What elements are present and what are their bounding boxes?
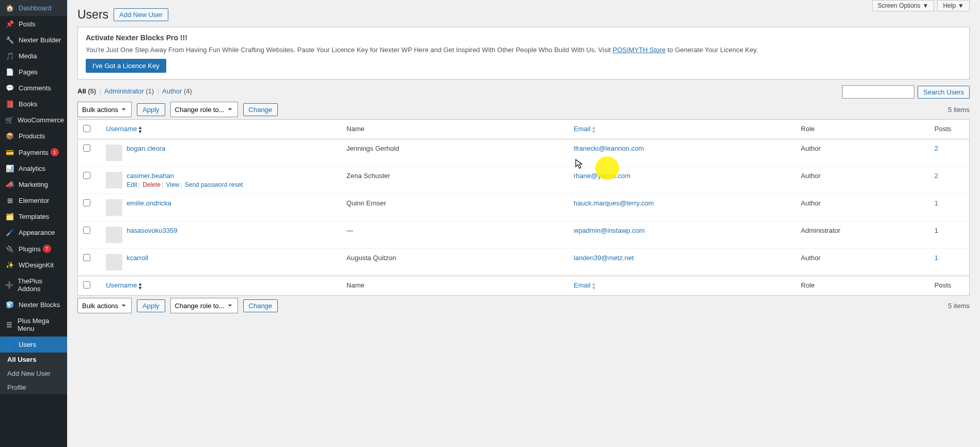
username-link[interactable]: bogan.cleora <box>127 145 165 152</box>
plugins-badge: 7 <box>43 245 51 253</box>
book-icon: 📕 <box>5 100 14 108</box>
sidebar-item-nexter-builder[interactable]: 🔧Nexter Builder <box>0 32 67 48</box>
avatar <box>106 199 122 216</box>
username-link[interactable]: hasasovoku3359 <box>127 227 177 234</box>
sidebar-item-media[interactable]: 🎵Media <box>0 48 67 64</box>
view-link[interactable]: View <box>166 181 179 188</box>
plus-icon: ➕ <box>5 281 13 289</box>
sidebar-item-users[interactable]: 👤Users <box>0 337 67 353</box>
search-users-input[interactable] <box>842 85 914 99</box>
filter-all[interactable]: All (5) <box>77 87 96 95</box>
table-row: emilie.ondricka Quinn Ernser hauck.marqu… <box>78 194 970 221</box>
bulk-apply-button-top[interactable]: Apply <box>137 103 165 116</box>
row-select[interactable] <box>83 199 90 206</box>
sidebar-item-plus-mega-menu[interactable]: ☰Plus Mega Menu <box>0 313 67 337</box>
row-select[interactable] <box>83 254 90 261</box>
sidebar-item-products[interactable]: 📦Products <box>0 128 67 144</box>
email-link[interactable]: hauck.marques@terry.com <box>574 199 654 207</box>
posts-count-link[interactable]: 2 <box>935 145 938 152</box>
submenu-add-new-user[interactable]: Add New User <box>0 366 67 380</box>
plug-icon: 🔌 <box>5 245 14 253</box>
change-role-select-bottom[interactable]: Change role to... <box>170 298 238 313</box>
col-username-sort-bottom[interactable]: Username <box>106 281 137 289</box>
submenu-profile[interactable]: Profile <box>0 380 67 394</box>
licence-key-button[interactable]: I've Got a Licence Key <box>86 59 166 73</box>
col-email-sort[interactable]: Email <box>574 125 591 133</box>
col-name: Name <box>341 120 568 139</box>
change-role-button-top[interactable]: Change <box>243 103 278 116</box>
role-filters: All (5) | Administrator (1) | Author (4)… <box>77 87 970 95</box>
elementor-icon: ⊞ <box>5 197 14 204</box>
search-users-button[interactable]: Search Users <box>918 86 970 99</box>
change-role-select-top[interactable]: Change role to... <box>170 102 238 117</box>
notice-title: Activate Nexter Blocks Pro !!! <box>86 34 961 42</box>
avatar <box>106 227 122 243</box>
email-link[interactable]: lfranecki@leannon.com <box>574 145 644 152</box>
sidebar-item-appearance[interactable]: 🖌️Appearance <box>0 225 67 241</box>
sidebar-item-posts[interactable]: 📌Posts <box>0 16 67 32</box>
media-icon: 🎵 <box>5 52 14 60</box>
add-new-user-button[interactable]: Add New User <box>114 8 168 21</box>
username-link[interactable]: casimer.beahan <box>127 172 243 180</box>
sidebar-item-nexter-blocks[interactable]: 🧊Nexter Blocks <box>0 297 67 313</box>
avatar <box>106 145 122 161</box>
table-row: bogan.cleora Jennings Gerhold lfranecki@… <box>78 139 970 167</box>
wrench-icon: 🔧 <box>5 36 14 44</box>
user-icon: 👤 <box>5 341 14 348</box>
col-username-sort[interactable]: Username <box>106 125 137 133</box>
bulk-apply-button-bottom[interactable]: Apply <box>137 299 165 312</box>
user-role: Author <box>796 167 929 194</box>
pin-icon: 📌 <box>5 20 14 28</box>
posts-count-link[interactable]: 1 <box>935 254 938 262</box>
row-select[interactable] <box>83 227 90 234</box>
filter-author[interactable]: Author <box>162 87 182 95</box>
row-select[interactable] <box>83 172 90 179</box>
password-reset-link[interactable]: Send password reset <box>185 181 243 188</box>
posts-count-link[interactable]: 2 <box>935 172 938 180</box>
sidebar-item-comments[interactable]: 💬Comments <box>0 80 67 96</box>
col-name-bottom: Name <box>341 276 568 296</box>
change-role-button-bottom[interactable]: Change <box>243 299 278 312</box>
sidebar-item-pages[interactable]: 📄Pages <box>0 64 67 80</box>
sidebar-item-analytics[interactable]: 📊Analytics <box>0 161 67 177</box>
posts-count-link[interactable]: 1 <box>935 199 938 207</box>
sidebar-item-templates[interactable]: 🗂️Templates <box>0 209 67 225</box>
row-select[interactable] <box>83 145 90 152</box>
sidebar-item-theplus[interactable]: ➕ThePlus Addons <box>0 273 67 297</box>
layout-icon: 🗂️ <box>5 213 14 220</box>
avatar <box>106 172 122 188</box>
delete-link[interactable]: Delete <box>143 181 161 188</box>
table-row: kcarroll Augusta Quitzon landen39@metz.n… <box>78 249 970 276</box>
select-all-bottom[interactable] <box>83 281 90 289</box>
bulk-action-select-top[interactable]: Bulk actions <box>77 102 132 117</box>
email-link[interactable]: wpadmin@instawp.com <box>574 227 644 234</box>
user-name: Zena Schuster <box>341 167 568 194</box>
sidebar-item-marketing[interactable]: 📣Marketing <box>0 177 67 193</box>
username-link[interactable]: emilie.ondricka <box>127 199 171 207</box>
sort-icon: ▲▼ <box>592 282 596 290</box>
chart-icon: 📊 <box>5 165 14 172</box>
submenu-all-users[interactable]: All Users <box>0 353 67 366</box>
user-name: Quinn Ernser <box>341 194 568 221</box>
sidebar-item-wdesignkit[interactable]: ✨WDesignKit <box>0 257 67 273</box>
notice-store-link[interactable]: POSIMYTH Store <box>613 46 666 54</box>
sidebar-item-elementor[interactable]: ⊞Elementor <box>0 193 67 209</box>
help-button[interactable]: Help▼ <box>937 0 970 11</box>
email-link[interactable]: rhane@yahoo.com <box>574 172 630 180</box>
sidebar-item-payments[interactable]: 💳Payments1 <box>0 144 67 161</box>
sidebar-item-books[interactable]: 📕Books <box>0 96 67 112</box>
select-all-top[interactable] <box>83 125 90 132</box>
sidebar-item-woocommerce[interactable]: 🛒WooCommerce <box>0 112 67 128</box>
sort-icon: ▲▼ <box>592 125 596 134</box>
username-link[interactable]: kcarroll <box>127 254 148 262</box>
edit-link[interactable]: Edit <box>127 181 137 188</box>
filter-administrator[interactable]: Administrator <box>104 87 144 95</box>
email-link[interactable]: landen39@metz.net <box>574 254 634 262</box>
box-icon: 📦 <box>5 132 14 140</box>
screen-options-button[interactable]: Screen Options▼ <box>872 0 935 11</box>
sidebar-item-dashboard[interactable]: 🏠Dashboard <box>0 0 67 16</box>
col-email-sort-bottom[interactable]: Email <box>574 281 591 289</box>
bulk-action-select-bottom[interactable]: Bulk actions <box>77 298 132 313</box>
sidebar-item-plugins[interactable]: 🔌Plugins7 <box>0 241 67 257</box>
page-icon: 📄 <box>5 68 14 76</box>
